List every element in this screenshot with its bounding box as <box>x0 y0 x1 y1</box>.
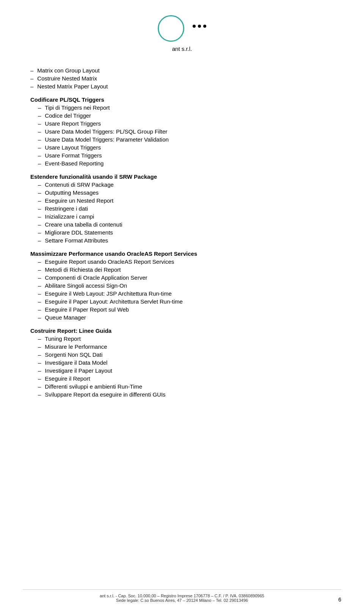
section-header: Codificare PL/SQL Triggers <box>30 96 341 103</box>
item-text: Usare Layout Triggers <box>45 144 101 151</box>
section-header: Estendere funzionalità usando il SRW Pac… <box>30 173 341 180</box>
dash-icon: – <box>38 160 41 167</box>
item-text: Eseguire Report usando OracleAS Report S… <box>45 258 174 265</box>
list-item: –Queue Manager <box>30 314 341 321</box>
item-text: Creare una tabella di contenuti <box>45 221 122 228</box>
item-text: Usare Format Triggers <box>45 152 102 159</box>
list-item: –Inizializzare i campi <box>30 213 341 220</box>
dash-icon: – <box>38 383 41 390</box>
list-item: –Eseguire il Report <box>30 375 341 382</box>
dash-icon: – <box>38 221 41 228</box>
dash-icon: – <box>38 274 41 281</box>
list-item: –Eseguire un Nested Report <box>30 197 341 204</box>
dash-icon: – <box>38 112 41 119</box>
dash-icon: – <box>38 205 41 212</box>
list-item: –Abilitare Singoli accessi Sign-On <box>30 282 341 289</box>
item-text: Abilitare Singoli accessi Sign-On <box>45 282 127 289</box>
list-item: –Usare Layout Triggers <box>30 144 341 151</box>
dash-icon: – <box>38 391 41 398</box>
list-item: –Componenti di Oracle Application Server <box>30 274 341 281</box>
item-text: Contenuti di SRW Package <box>45 181 114 188</box>
list-item: –Eseguire il Paper Report sul Web <box>30 306 341 313</box>
item-text: Eseguire il Paper Report sul Web <box>45 306 129 313</box>
dash-icon: – <box>38 266 41 273</box>
item-text: Differenti sviluppi e ambienti Run-Time <box>45 383 142 390</box>
logo-dots <box>193 25 206 28</box>
dash-icon: – <box>30 67 33 74</box>
item-text: Sviluppare Report da eseguire in differe… <box>45 391 165 398</box>
list-item: –Eseguire il Web Layout: JSP Architettur… <box>30 290 341 297</box>
item-text: Inizializzare i campi <box>45 213 94 220</box>
logo-dot-2 <box>198 25 201 28</box>
list-item: –Migliorare DDL Statements <box>30 229 341 236</box>
list-item: –Usare Format Triggers <box>30 152 341 159</box>
list-item: –Event-Based Reporting <box>30 160 341 167</box>
item-text: Metodi di Richiesta dei Report <box>45 266 121 273</box>
dash-icon: – <box>38 258 41 265</box>
dash-icon: – <box>38 335 41 342</box>
dash-icon: – <box>30 83 33 90</box>
list-item: –Differenti sviluppi e ambienti Run-Time <box>30 383 341 390</box>
list-item: –Usare Data Model Triggers: Parameter Va… <box>30 136 341 143</box>
dash-icon: – <box>38 128 41 135</box>
dash-icon: – <box>38 306 41 313</box>
dash-icon: – <box>38 375 41 382</box>
section-header: Costruire Report: Linee Guida <box>30 327 341 334</box>
footer-line1: ant s.r.l. - Cap. Soc. 10.000,00 – Regis… <box>23 594 341 598</box>
dash-icon: – <box>38 351 41 358</box>
dash-icon: – <box>38 359 41 366</box>
dash-icon: – <box>38 298 41 305</box>
item-text: Componenti di Oracle Application Server <box>45 274 147 281</box>
item-text: Event-Based Reporting <box>45 160 104 167</box>
list-item: –Eseguire Report usando OracleAS Report … <box>30 258 341 265</box>
item-text: Eseguire il Paper Layout: Architettura S… <box>45 298 183 305</box>
list-item: –Usare Data Model Triggers: PL/SQL Group… <box>30 128 341 135</box>
list-item: –Tipi di Triggers nei Report <box>30 104 341 111</box>
list-item: –Investigare il Paper Layout <box>30 367 341 374</box>
list-item: –Metodi di Richiesta dei Report <box>30 266 341 273</box>
dash-icon: – <box>38 229 41 236</box>
dash-icon: – <box>38 104 41 111</box>
logo-circle <box>158 15 184 42</box>
dash-icon: – <box>38 290 41 297</box>
item-text: Usare Report Triggers <box>45 120 101 127</box>
dash-icon: – <box>38 314 41 321</box>
dash-icon: – <box>38 144 41 151</box>
item-text: Sorgenti Non SQL Dati <box>45 351 102 358</box>
list-item: –Costruire Nested Matrix <box>30 75 341 82</box>
list-item: –Restringere i dati <box>30 205 341 212</box>
dash-icon: – <box>38 120 41 127</box>
list-item: –Investigare il Data Model <box>30 359 341 366</box>
dash-icon: – <box>38 282 41 289</box>
list-item: –Misurare le Performance <box>30 343 341 350</box>
list-item: –Usare Report Triggers <box>30 120 341 127</box>
item-text: Tipi di Triggers nei Report <box>45 104 110 111</box>
item-text: Settare Format Attributes <box>45 237 108 244</box>
section-header: Massimizzare Performance usando OracleAS… <box>30 250 341 257</box>
dash-icon: – <box>38 136 41 143</box>
item-text: Investigare il Data Model <box>45 359 107 366</box>
item-text: Costruire Nested Matrix <box>37 75 97 82</box>
item-text: Tuning Report <box>45 335 81 342</box>
dash-icon: – <box>38 197 41 204</box>
item-text: Investigare il Paper Layout <box>45 367 112 374</box>
item-text: Outputting Messages <box>45 189 99 196</box>
item-text: Usare Data Model Triggers: Parameter Val… <box>45 136 169 143</box>
list-item: –Settare Format Attributes <box>30 237 341 244</box>
item-text: Migliorare DDL Statements <box>45 229 113 236</box>
list-item: –Eseguire il Paper Layout: Architettura … <box>30 298 341 305</box>
dash-icon: – <box>38 367 41 374</box>
list-item: –Matrix con Group Layout <box>30 67 341 74</box>
item-text: Eseguire il Web Layout: JSP Architettura… <box>45 290 172 297</box>
list-item: –Codice del Trigger <box>30 112 341 119</box>
list-item: –Creare una tabella di contenuti <box>30 221 341 228</box>
list-item: –Nested Matrix Paper Layout <box>30 83 341 90</box>
item-text: Nested Matrix Paper Layout <box>37 83 108 90</box>
item-text: Usare Data Model Triggers: PL/SQL Group … <box>45 128 167 135</box>
list-item: –Sviluppare Report da eseguire in differ… <box>30 391 341 398</box>
page: ant s.r.l. –Matrix con Group Layout–Cost… <box>0 0 364 614</box>
logo-dot-1 <box>193 25 196 28</box>
list-item: –Tuning Report <box>30 335 341 342</box>
item-text: Matrix con Group Layout <box>37 67 99 74</box>
list-item: –Contenuti di SRW Package <box>30 181 341 188</box>
